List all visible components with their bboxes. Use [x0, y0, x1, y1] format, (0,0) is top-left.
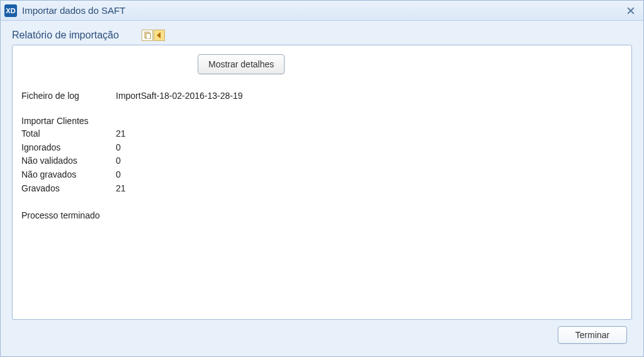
- stat-row: Não validados 0: [21, 154, 623, 168]
- process-status: Processo terminado: [21, 210, 623, 220]
- stat-row: Ignorados 0: [21, 141, 623, 155]
- close-icon: [627, 7, 635, 14]
- dialog-footer: Terminar: [12, 320, 632, 350]
- stat-value: 0: [116, 168, 121, 182]
- log-file-row: Ficheiro de log ImportSaft-18-02-2016-13…: [21, 91, 623, 101]
- window-title: Importar dados do SAFT: [22, 5, 622, 16]
- stat-row: Gravados 21: [21, 182, 623, 196]
- stat-value: 0: [116, 141, 121, 155]
- stat-label: Não gravados: [21, 168, 116, 182]
- log-file-name: ImportSaft-18-02-2016-13-28-19: [116, 91, 623, 101]
- show-details-button[interactable]: Mostrar detalhes: [198, 54, 285, 74]
- header-toolbar: [142, 30, 165, 41]
- stat-label: Gravados: [21, 182, 116, 196]
- stats-block: Importar Clientes Total 21 Ignorados 0 N…: [21, 116, 623, 195]
- finish-button[interactable]: Terminar: [558, 326, 627, 344]
- close-button[interactable]: [622, 3, 640, 18]
- copy-icon[interactable]: [142, 30, 153, 41]
- title-bar: XD Importar dados do SAFT: [1, 1, 643, 21]
- report-pane: Mostrar detalhes Ficheiro de log ImportS…: [12, 45, 632, 320]
- app-icon: XD: [4, 4, 17, 17]
- svg-marker-4: [157, 32, 161, 38]
- log-file-label: Ficheiro de log: [21, 91, 116, 101]
- stat-value: 21: [116, 182, 126, 196]
- stat-value: 21: [116, 127, 126, 141]
- stat-label: Não validados: [21, 154, 116, 168]
- svg-rect-3: [146, 33, 150, 39]
- stat-row: Total 21: [21, 127, 623, 141]
- stat-label: Ignorados: [21, 141, 116, 155]
- section-header: Relatório de importação: [12, 30, 632, 41]
- stat-row: Não gravados 0: [21, 168, 623, 182]
- dialog-window: XD Importar dados do SAFT Relatório de i…: [0, 0, 644, 357]
- stat-value: 0: [116, 154, 121, 168]
- content-area: Relatório de importação Mostrar detalhes: [1, 21, 643, 356]
- stat-label: Total: [21, 127, 116, 141]
- section-label: Relatório de importação: [12, 30, 119, 41]
- stats-heading: Importar Clientes: [21, 116, 623, 126]
- back-icon[interactable]: [154, 30, 165, 41]
- app-icon-text: XD: [6, 7, 15, 14]
